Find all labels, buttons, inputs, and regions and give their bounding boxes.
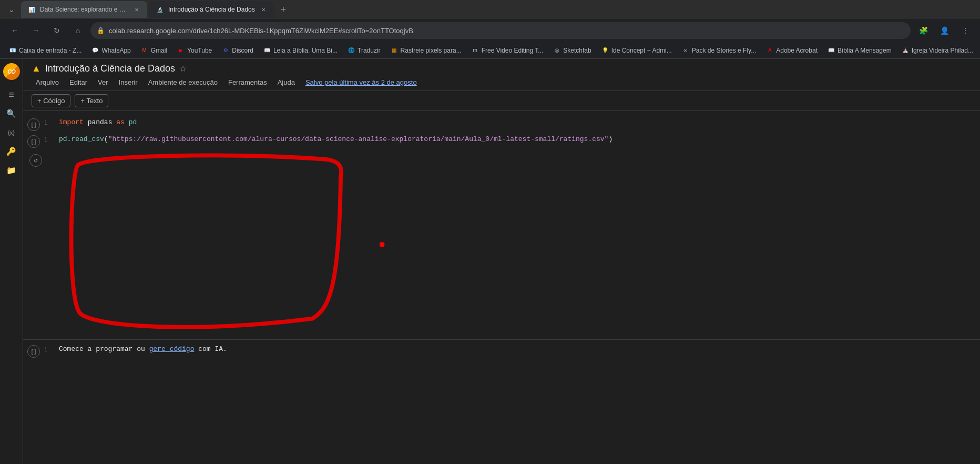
tab2-favicon: 🔬	[156, 5, 164, 14]
sketchfab-label: Sketchfab	[563, 47, 591, 54]
colab-menu: Arquivo Editar Ver Inserir Ambiente de e…	[32, 76, 972, 88]
tab2-close-btn[interactable]: ✕	[259, 5, 268, 14]
sidebar-files-btn[interactable]: 📁	[3, 162, 20, 179]
discord-favicon: ⚙	[221, 46, 230, 55]
cell2-number: 1	[44, 136, 55, 143]
notebook-area[interactable]: [ ] 1 import pandas as pd [ ] 1 pd.read_…	[23, 111, 980, 464]
cell-3[interactable]: [ ] 1 Comece a programar ou gere código …	[23, 339, 980, 359]
gmail-favicon: M	[140, 46, 149, 55]
tab-1[interactable]: 📊 Data Science: explorando e an... ✕	[21, 1, 147, 18]
sidebar-toc-btn[interactable]: ≡	[3, 86, 20, 103]
gmail-label: Gmail	[151, 47, 167, 54]
menu-btn[interactable]: ⋮	[957, 22, 974, 39]
sidebar-variables-btn[interactable]: {x}	[3, 124, 20, 141]
paren-open: (	[104, 135, 108, 143]
start-text: Comece a programar ou	[59, 345, 149, 353]
as-keyword: as	[116, 118, 125, 126]
star-icon[interactable]: ☆	[179, 64, 187, 74]
home-btn[interactable]: ⌂	[69, 22, 86, 39]
main-area: CO ≡ 🔍 {x} 🔑 📁 ▲ Introdução à Ciência de…	[0, 59, 980, 464]
add-text-btn[interactable]: + Texto	[75, 94, 108, 107]
cell2-code[interactable]: pd.read_csv("https://raw.githubuserconte…	[59, 134, 972, 145]
cell-drawing-area: ↺	[23, 150, 980, 329]
drawing-area-run-btn[interactable]: ↺	[29, 154, 42, 167]
url-text: colab.research.google.com/drive/1ch26L-M…	[109, 27, 904, 35]
svg-point-0	[380, 242, 385, 247]
pd-prefix: pd	[59, 135, 67, 143]
cell-1[interactable]: [ ] 1 import pandas as pd	[23, 116, 980, 132]
bookmark-pack[interactable]: ∞ Pack de Stories e Fly...	[677, 44, 761, 57]
menu-inserir[interactable]: Inserir	[115, 76, 142, 88]
read-csv-func: read_csv	[71, 135, 104, 143]
tab-2-active[interactable]: 🔬 Introdução à Ciência de Dados ✕	[149, 1, 274, 18]
sidebar-search-btn[interactable]: 🔍	[3, 105, 20, 122]
gere-codigo-link[interactable]: gere código	[149, 345, 195, 353]
back-btn[interactable]: ←	[6, 22, 23, 39]
address-bar: ← → ↻ ⌂ 🔒 colab.research.google.com/driv…	[0, 19, 980, 42]
tab1-close-btn[interactable]: ✕	[132, 5, 141, 14]
cell3-run-btn[interactable]: [ ]	[27, 345, 40, 358]
pack-label: Pack de Stories e Fly...	[692, 47, 757, 54]
import-keyword: import	[59, 118, 84, 126]
whatsapp-favicon: 💬	[91, 46, 99, 55]
menu-ajuda[interactable]: Ajuda	[273, 76, 299, 88]
cell1-number: 1	[44, 119, 55, 126]
biblia-label: Leia a Bíblia. Uma Bi...	[273, 47, 338, 54]
sketchfab-favicon: ◎	[553, 46, 561, 55]
menu-arquivo[interactable]: Arquivo	[32, 76, 63, 88]
menu-ferramentas[interactable]: Ferramentas	[224, 76, 271, 88]
menu-ambiente[interactable]: Ambiente de execução	[144, 76, 222, 88]
title-bar: ⌄ 📊 Data Science: explorando e an... ✕ 🔬…	[0, 0, 980, 19]
ide-favicon: 💡	[601, 46, 609, 55]
mensagem-favicon: 📖	[827, 46, 835, 55]
new-tab-btn[interactable]: +	[276, 2, 291, 17]
whatsapp-label: WhatsApp	[101, 47, 130, 54]
bookmark-ide[interactable]: 💡 Ide Concept ~ Admi...	[597, 44, 676, 57]
bookmark-igreja[interactable]: ⛪ Igreja Videira Philad...	[897, 44, 977, 57]
notebook-title: Introdução à Ciência de Dados	[45, 63, 175, 74]
adobe-label: Adobe Acrobat	[776, 47, 818, 54]
cell3-code[interactable]: Comece a programar ou gere código com IA…	[59, 344, 972, 355]
add-code-btn[interactable]: + Código	[32, 94, 70, 107]
bookmark-caixa[interactable]: 📧 Caixa de entrada - Z...	[4, 44, 86, 57]
bookmark-sketchfab[interactable]: ◎ Sketchfab	[548, 44, 595, 57]
url-bar[interactable]: 🔒 colab.research.google.com/drive/1ch26L…	[90, 22, 911, 39]
bookmark-whatsapp[interactable]: 💬 WhatsApp	[87, 44, 135, 57]
red-drawing	[23, 150, 980, 329]
bookmark-traduzir[interactable]: 🌐 Traduzir	[343, 44, 385, 57]
extensions-btn[interactable]: 🧩	[915, 22, 932, 39]
bookmarks-bar: 📧 Caixa de entrada - Z... 💬 WhatsApp M G…	[0, 42, 980, 59]
forward-btn[interactable]: →	[27, 22, 44, 39]
drive-icon: ▲	[32, 63, 41, 74]
rastreie-label: Rastreie pixels para...	[401, 47, 462, 54]
colab-toolbar: + Código + Texto	[23, 91, 980, 111]
tab1-favicon: 📊	[27, 5, 36, 14]
profile-btn[interactable]: 👤	[936, 22, 953, 39]
tab2-title: Introdução à Ciência de Dados	[168, 6, 255, 13]
bookmark-biblia[interactable]: 📖 Leia a Bíblia. Uma Bi...	[259, 44, 342, 57]
bookmark-mensagem[interactable]: 📖 Bíblia A Mensagem	[823, 44, 896, 57]
lock-icon: 🔒	[97, 27, 105, 34]
bookmark-rastreie[interactable]: ▦ Rastreie pixels para...	[386, 44, 466, 57]
cell1-run-btn[interactable]: [ ]	[27, 118, 40, 131]
bookmark-free-video[interactable]: m Free Video Editing T...	[467, 44, 548, 57]
adobe-favicon: A	[765, 46, 774, 55]
tab-dropdown-btn[interactable]: ⌄	[4, 2, 19, 17]
bookmark-gmail[interactable]: M Gmail	[136, 44, 171, 57]
reload-btn[interactable]: ↻	[48, 22, 65, 39]
cell-2[interactable]: [ ] 1 pd.read_csv("https://raw.githubuse…	[23, 133, 980, 149]
menu-editar[interactable]: Editar	[65, 76, 91, 88]
igreja-favicon: ⛪	[901, 46, 910, 55]
caixa-label: Caixa de entrada - Z...	[19, 47, 81, 54]
bookmark-adobe[interactable]: A Adobe Acrobat	[761, 44, 822, 57]
sidebar-secrets-btn[interactable]: 🔑	[3, 143, 20, 160]
cell2-run-btn[interactable]: [ ]	[27, 135, 40, 148]
bookmark-discord[interactable]: ⚙ Discord	[217, 44, 258, 57]
bookmark-youtube[interactable]: ▶ YouTube	[172, 44, 216, 57]
mensagem-label: Bíblia A Mensagem	[838, 47, 892, 54]
colab-logo-text: CO	[7, 68, 15, 75]
cell1-code[interactable]: import pandas as pd	[59, 117, 972, 128]
menu-ver[interactable]: Ver	[94, 76, 113, 88]
save-status[interactable]: Salvo pela última vez às 2 de agosto	[305, 78, 417, 86]
url-string: "https://raw.githubusercontent.com/alura…	[108, 135, 609, 143]
